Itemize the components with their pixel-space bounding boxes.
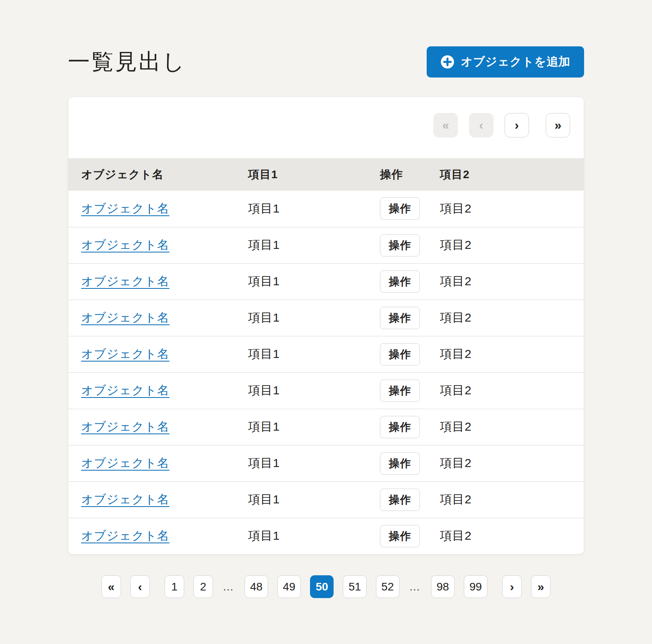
item2-cell: 項目2: [440, 445, 584, 481]
column-header-item1: 項目1: [248, 158, 380, 191]
item2-cell: 項目2: [440, 372, 584, 409]
page-button-1[interactable]: 1: [165, 575, 184, 598]
action-button[interactable]: 操作: [380, 270, 420, 293]
page-button-2[interactable]: 2: [193, 575, 213, 598]
page-button-51[interactable]: 51: [343, 575, 366, 598]
table-row: オブジェクト名 項目1 操作 項目2: [68, 263, 584, 300]
action-button[interactable]: 操作: [380, 416, 420, 438]
action-button[interactable]: 操作: [380, 489, 420, 511]
item2-cell: 項目2: [440, 518, 584, 554]
object-name-link[interactable]: オブジェクト名: [81, 493, 169, 506]
item1-cell: 項目1: [248, 409, 380, 445]
add-object-button[interactable]: オブジェクトを追加: [427, 46, 584, 78]
item2-cell: 項目2: [440, 409, 584, 445]
action-button[interactable]: 操作: [380, 452, 420, 475]
page-header: 一覧見出し オブジェクトを追加: [68, 0, 584, 78]
column-header-object-name: オブジェクト名: [68, 158, 248, 191]
action-button[interactable]: 操作: [380, 307, 420, 329]
item2-cell: 項目2: [440, 227, 584, 263]
item2-cell: 項目2: [440, 336, 584, 372]
pagination-ellipsis: …: [409, 580, 422, 593]
table-row: オブジェクト名 項目1 操作 項目2: [68, 409, 584, 445]
page-button-49[interactable]: 49: [277, 575, 301, 598]
page-button-99[interactable]: 99: [464, 575, 487, 598]
table-row: オブジェクト名 項目1 操作 項目2: [68, 300, 584, 336]
next-page-button[interactable]: ›: [502, 575, 522, 598]
add-object-button-label: オブジェクトを追加: [461, 54, 570, 70]
action-button[interactable]: 操作: [380, 197, 420, 220]
table-row: オブジェクト名 項目1 操作 項目2: [68, 372, 584, 409]
prev-page-button[interactable]: ‹: [469, 113, 493, 137]
table-row: オブジェクト名 項目1 操作 項目2: [68, 191, 584, 227]
table-row: オブジェクト名 項目1 操作 項目2: [68, 518, 584, 554]
action-button[interactable]: 操作: [380, 380, 420, 402]
first-page-button[interactable]: «: [433, 113, 458, 137]
table-row: オブジェクト名 項目1 操作 項目2: [68, 336, 584, 372]
plus-circle-icon: [440, 55, 455, 69]
first-page-button[interactable]: «: [101, 575, 121, 598]
item1-cell: 項目1: [248, 300, 380, 336]
action-button[interactable]: 操作: [380, 234, 420, 256]
action-button[interactable]: 操作: [380, 525, 420, 547]
item1-cell: 項目1: [248, 336, 380, 372]
item1-cell: 項目1: [248, 445, 380, 481]
column-header-action: 操作: [380, 158, 440, 191]
top-pagination: « ‹ › »: [68, 97, 584, 158]
object-name-link[interactable]: オブジェクト名: [81, 384, 169, 397]
item2-cell: 項目2: [440, 481, 584, 518]
item2-cell: 項目2: [440, 300, 584, 336]
object-name-link[interactable]: オブジェクト名: [81, 274, 169, 288]
page-container: 一覧見出し オブジェクトを追加 « ‹ › » オブジェクト名 項目1: [68, 0, 584, 598]
pagination-ellipsis: …: [222, 580, 235, 593]
item1-cell: 項目1: [248, 518, 380, 554]
page-button-50-current[interactable]: 50: [310, 575, 334, 598]
item1-cell: 項目1: [248, 227, 380, 263]
prev-page-button[interactable]: ‹: [130, 575, 150, 598]
table-row: オブジェクト名 項目1 操作 項目2: [68, 481, 584, 518]
page-button-48[interactable]: 48: [245, 575, 268, 598]
object-name-link[interactable]: オブジェクト名: [81, 311, 169, 324]
page-button-98[interactable]: 98: [431, 575, 455, 598]
object-name-link[interactable]: オブジェクト名: [81, 202, 169, 215]
table-row: オブジェクト名 項目1 操作 項目2: [68, 445, 584, 481]
item1-cell: 項目1: [248, 372, 380, 409]
list-card: « ‹ › » オブジェクト名 項目1 操作 項目2 オブジェクト名 項目1 操…: [68, 97, 584, 555]
bottom-pagination: « ‹ 1 2 … 48 49 50 51 52 … 98 99 › »: [68, 575, 584, 598]
next-page-button[interactable]: ›: [505, 113, 529, 137]
object-name-link[interactable]: オブジェクト名: [81, 347, 169, 360]
table-header-row: オブジェクト名 項目1 操作 項目2: [68, 158, 584, 191]
action-button[interactable]: 操作: [380, 343, 420, 366]
object-table: オブジェクト名 項目1 操作 項目2 オブジェクト名 項目1 操作 項目2 オブ…: [68, 158, 584, 554]
page-title: 一覧見出し: [68, 47, 186, 77]
last-page-button[interactable]: »: [546, 113, 570, 137]
item1-cell: 項目1: [248, 191, 380, 227]
object-name-link[interactable]: オブジェクト名: [81, 420, 169, 433]
last-page-button[interactable]: »: [531, 575, 551, 598]
item2-cell: 項目2: [440, 263, 584, 300]
table-row: オブジェクト名 項目1 操作 項目2: [68, 227, 584, 263]
item1-cell: 項目1: [248, 263, 380, 300]
object-name-link[interactable]: オブジェクト名: [81, 456, 169, 469]
column-header-item2: 項目2: [440, 158, 584, 191]
object-name-link[interactable]: オブジェクト名: [81, 529, 169, 542]
object-name-link[interactable]: オブジェクト名: [81, 238, 169, 251]
page-button-52[interactable]: 52: [376, 575, 400, 598]
item2-cell: 項目2: [440, 191, 584, 227]
item1-cell: 項目1: [248, 481, 380, 518]
